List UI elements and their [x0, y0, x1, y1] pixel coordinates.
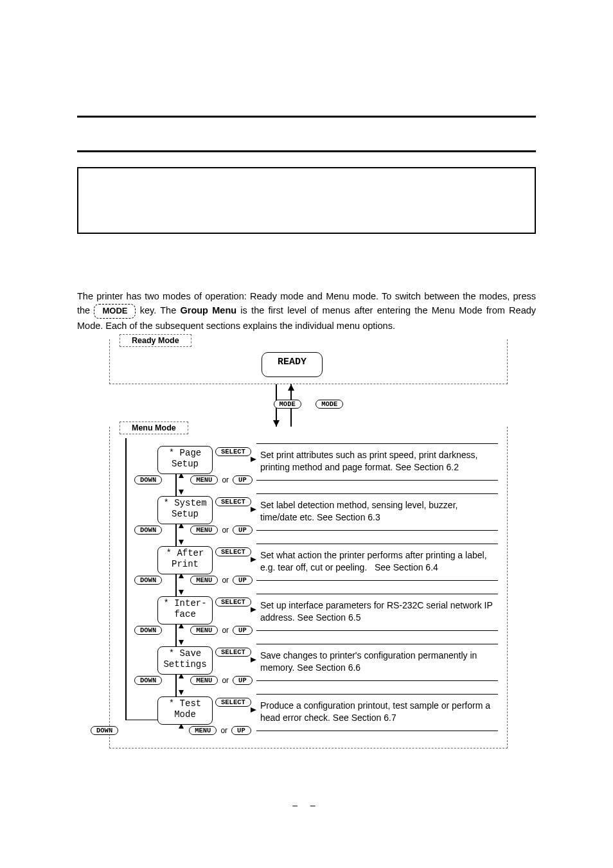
select-key: SELECT [215, 447, 251, 456]
lcd-page-setup: * Page Setup [157, 446, 213, 474]
arrow-down-icon [179, 590, 184, 595]
arrow-right-icon [251, 457, 256, 462]
intro-text-2: key. The [136, 305, 180, 315]
arrow-right-icon [251, 607, 256, 612]
down-key: DOWN [134, 475, 162, 484]
menu-row-interface: * Inter- face SELECT Set up interface pa… [115, 596, 502, 646]
nav-row: DOWN MENU or UP [134, 475, 253, 484]
top-rule-2 [77, 150, 536, 152]
menu-row-test-mode: * Test Mode SELECT Produce a configurati… [115, 696, 502, 735]
mode-key-right: MODE [315, 400, 343, 409]
menu-row-page-setup: * Page Setup SELECT Set print attributes… [115, 446, 502, 496]
menu-mode-region: Menu Mode * Page Setup SELECT Set print … [109, 427, 508, 748]
or-text: or [222, 676, 229, 685]
or-text: or [222, 626, 229, 635]
diagram: Ready Mode READY MODE MODE Menu Mode * P… [109, 339, 508, 748]
desc-test-mode: Produce a configuration printout, test s… [256, 694, 498, 731]
mode-keys-row: MODE MODE [109, 397, 508, 409]
menu-mode-label: Menu Mode [120, 421, 188, 434]
or-text: or [220, 726, 227, 735]
nav-row: DOWN MENU or UP [134, 526, 253, 535]
desc-interface: Set up interface parameters for RS-232C … [256, 594, 498, 631]
desc-save-settings: Save changes to printer's configuration … [256, 644, 498, 681]
desc-system-setup: Set label detection method, sensing leve… [256, 493, 498, 531]
down-key: DOWN [134, 576, 162, 585]
menu-row-save-settings: * Save Settings SELECT Save changes to p… [115, 646, 502, 696]
desc-after-print: Set what action the printer performs aft… [256, 544, 498, 581]
arrow-down-icon [179, 540, 184, 545]
or-text: or [222, 576, 229, 585]
menu-key: MENU [190, 475, 218, 484]
lcd-after-print: * After Print [157, 546, 213, 574]
lcd-line: Settings [158, 659, 212, 670]
down-key: DOWN [91, 726, 118, 735]
menu-key: MENU [190, 526, 218, 535]
lcd-system-setup: * System Setup [157, 496, 213, 524]
lcd-line: * System [158, 498, 212, 509]
mode-transition: MODE MODE [109, 384, 508, 427]
lcd-line: Setup [158, 459, 212, 470]
lcd-line: * Page [158, 448, 212, 459]
arrow-right-icon [251, 557, 256, 562]
up-key: UP [233, 475, 253, 484]
nav-row: DOWN MENU or UP [134, 626, 253, 635]
menu-row-after-print: * After Print SELECT Set what action the… [115, 546, 502, 596]
nav-row: DOWN MENU or UP [134, 676, 253, 685]
arrow-down-icon [179, 640, 184, 645]
lcd-line: Setup [158, 509, 212, 520]
lcd-line: * Inter- [158, 598, 212, 609]
mode-key-inline: MODE [94, 304, 136, 319]
desc-page-setup: Set print attributes such as print speed… [256, 443, 498, 481]
select-key: SELECT [215, 497, 251, 506]
arrow-down-icon [273, 420, 280, 427]
down-key: DOWN [134, 626, 162, 635]
lcd-ready: READY [262, 352, 323, 377]
arrow-down-icon [179, 490, 184, 495]
menu-key: MENU [190, 576, 218, 585]
select-key: SELECT [215, 648, 251, 657]
up-key: UP [231, 726, 251, 735]
lcd-interface: * Inter- face [157, 596, 213, 624]
arrow-right-icon [251, 657, 256, 662]
down-key: DOWN [134, 676, 162, 685]
lcd-line: Mode [158, 709, 212, 720]
ready-mode-region: Ready Mode READY [109, 339, 508, 384]
arrow-right-icon [251, 707, 256, 713]
down-key: DOWN [134, 526, 162, 535]
header-blank-box [77, 167, 536, 234]
lcd-line: * Test [158, 698, 212, 709]
menu-key: MENU [189, 726, 217, 735]
menu-key: MENU [190, 626, 218, 635]
lcd-line: face [158, 609, 212, 620]
menu-row-system-setup: * System Setup SELECT Set label detectio… [115, 496, 502, 546]
page-footer-dash: – – [0, 800, 613, 810]
lcd-test-mode: * Test Mode [157, 696, 213, 725]
arrow-right-icon [251, 507, 256, 512]
arrow-up-icon [288, 384, 294, 391]
lcd-line: * Save [158, 648, 212, 659]
up-key: UP [233, 526, 253, 535]
select-key: SELECT [215, 598, 251, 607]
document-page: The printer has two modes of operation: … [0, 0, 613, 868]
top-rule-1 [77, 116, 536, 118]
lcd-line: * After [158, 548, 212, 559]
intro-paragraph: The printer has two modes of operation: … [77, 289, 536, 333]
select-key: SELECT [215, 698, 251, 707]
mode-key-left: MODE [274, 400, 301, 409]
or-text: or [222, 526, 229, 535]
or-text: or [222, 475, 229, 484]
nav-row-last: DOWN MENU or UP [91, 726, 251, 735]
up-key: UP [233, 576, 253, 585]
up-key: UP [233, 676, 253, 685]
ready-mode-label: Ready Mode [120, 334, 191, 347]
menu-key: MENU [190, 676, 218, 685]
up-key: UP [233, 626, 253, 635]
group-menu-strong: Group Menu [180, 305, 236, 315]
arrow-down-icon [179, 690, 184, 695]
lcd-line: Print [158, 559, 212, 570]
lcd-save-settings: * Save Settings [157, 646, 213, 675]
nav-row: DOWN MENU or UP [134, 576, 253, 585]
select-key: SELECT [215, 547, 251, 556]
